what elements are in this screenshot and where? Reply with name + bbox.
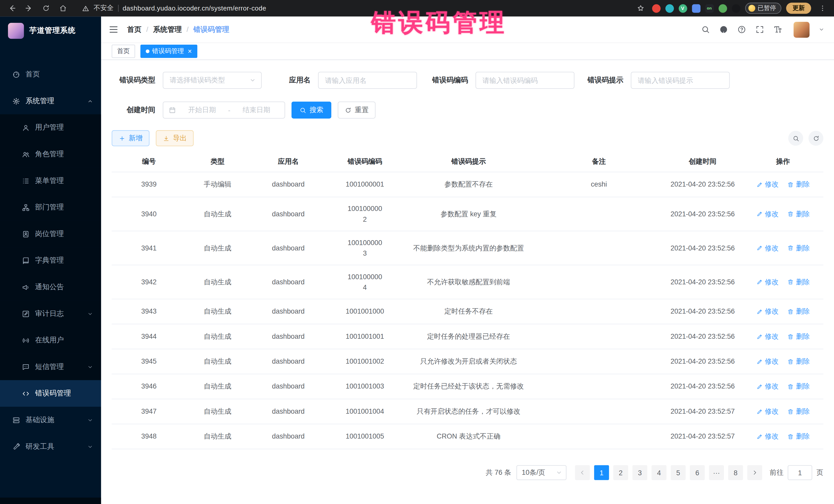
tab-close-icon[interactable]: × — [188, 48, 192, 54]
cell-hint: 定时任务不存在 — [402, 300, 535, 323]
reload-icon[interactable] — [39, 2, 52, 15]
tab-error-code[interactable]: 错误码管理 × — [140, 45, 197, 58]
edit-link[interactable]: 修改 — [756, 407, 778, 416]
edit-link[interactable]: 修改 — [756, 432, 778, 441]
sidebar-item-menu[interactable]: 菜单管理 — [0, 168, 101, 194]
pagination-more-button[interactable]: ··· — [709, 465, 724, 480]
blue-grid-extension-icon[interactable] — [692, 4, 700, 13]
sidebar-item-dict[interactable]: 字典管理 — [0, 247, 101, 274]
sidebar-item-role[interactable]: 角色管理 — [0, 141, 101, 168]
teal-drop-extension-icon[interactable] — [665, 4, 674, 13]
sidebar-item-error-code[interactable]: 错误码管理 — [0, 380, 101, 407]
sidebar-item-online-user[interactable]: 在线用户 — [0, 327, 101, 354]
refresh-table-button[interactable] — [809, 131, 824, 146]
sidebar-item-notice[interactable]: 通知公告 — [0, 274, 101, 301]
edit-link[interactable]: 修改 — [756, 180, 778, 189]
delete-link[interactable]: 删除 — [787, 357, 810, 366]
sidebar-item-sms[interactable]: 短信管理 — [0, 354, 101, 380]
tab-home[interactable]: 首页 — [112, 45, 135, 58]
cell-remark: ceshi — [535, 173, 663, 196]
green-extension-icon[interactable] — [718, 4, 727, 13]
switch-on-extension-icon[interactable]: on — [705, 4, 714, 13]
home-icon[interactable] — [57, 2, 69, 15]
delete-link[interactable]: 删除 — [787, 180, 810, 189]
github-icon[interactable] — [719, 25, 728, 34]
sidebar-item-user[interactable]: 用户管理 — [0, 114, 101, 141]
delete-link[interactable]: 删除 — [787, 277, 810, 287]
edit-link[interactable]: 修改 — [756, 357, 778, 366]
export-button[interactable]: 导出 — [156, 130, 194, 146]
sidebar-item-infra[interactable]: 基础设施 — [0, 407, 101, 434]
collapse-sidebar-icon[interactable] — [109, 24, 118, 35]
bookmark-star-icon[interactable] — [634, 2, 647, 15]
sidebar-item-system[interactable]: 系统管理 — [0, 88, 101, 114]
fullscreen-icon[interactable] — [755, 25, 764, 34]
help-icon[interactable] — [737, 25, 746, 34]
app-name-input[interactable] — [318, 72, 417, 89]
pagination-page-4[interactable]: 4 — [652, 465, 666, 480]
edit-link[interactable]: 修改 — [756, 209, 778, 219]
font-size-icon[interactable] — [773, 25, 783, 34]
delete-link[interactable]: 删除 — [787, 432, 810, 441]
back-icon[interactable] — [5, 2, 18, 15]
error-type-select[interactable]: 请选择错误码类型 — [163, 72, 262, 89]
sidebar-item-dept[interactable]: 部门管理 — [0, 194, 101, 221]
search-icon[interactable] — [701, 25, 710, 34]
edit-link[interactable]: 修改 — [756, 277, 778, 287]
tab-active-dot-icon — [146, 49, 150, 53]
add-button[interactable]: 新增 — [112, 130, 149, 146]
delete-link[interactable]: 删除 — [787, 243, 810, 253]
forward-icon[interactable] — [22, 2, 35, 15]
dark-pin-extension-icon[interactable] — [731, 4, 740, 13]
sidebar-item-post[interactable]: 岗位管理 — [0, 221, 101, 247]
edit-link[interactable]: 修改 — [756, 307, 778, 316]
error-hint-input[interactable] — [631, 72, 730, 89]
trash-icon — [787, 358, 794, 365]
delete-link[interactable]: 删除 — [787, 381, 810, 391]
pagination-page-8[interactable]: 8 — [728, 465, 743, 480]
breadcrumb-system[interactable]: 系统管理 — [153, 25, 182, 34]
cell-app: dashboard — [249, 425, 328, 448]
edit-link[interactable]: 修改 — [756, 243, 778, 253]
user-avatar[interactable] — [793, 22, 809, 38]
delete-link[interactable]: 删除 — [787, 332, 810, 341]
delete-link[interactable]: 删除 — [787, 407, 810, 416]
pagination-page-1[interactable]: 1 — [594, 465, 609, 480]
update-button[interactable]: 更新 — [786, 3, 811, 14]
column-header-2: 应用名 — [249, 151, 328, 172]
edit-link[interactable]: 修改 — [756, 332, 778, 341]
table-row: 3944 自动生成 dashboard 1001001001 定时任务的处理器已… — [112, 324, 823, 349]
reset-button[interactable]: 重置 — [338, 102, 375, 118]
delete-link[interactable]: 删除 — [787, 307, 810, 316]
error-code-table: 编号类型应用名错误码编码错误码提示备注创建时间操作 3939 手动编辑 dash… — [112, 151, 823, 449]
sidebar-item-label: 首页 — [25, 69, 40, 79]
red-circle-extension-icon[interactable] — [652, 4, 660, 13]
chevron-down-icon[interactable] — [819, 27, 825, 32]
pagination-page-3[interactable]: 3 — [632, 465, 647, 480]
create-time-range-picker[interactable]: 开始日期 - 结束日期 — [163, 102, 285, 118]
delete-link-label: 删除 — [796, 407, 810, 416]
page-size-select[interactable]: 10条/页 — [517, 465, 567, 480]
breadcrumb-home[interactable]: 首页 — [127, 25, 141, 34]
error-code-input[interactable] — [476, 72, 575, 89]
id-badge-icon — [22, 230, 30, 238]
pagination-next-button[interactable] — [747, 465, 762, 480]
paused-badge[interactable]: 已暂停 — [745, 3, 782, 14]
edit-link[interactable]: 修改 — [756, 381, 778, 391]
goto-page-input[interactable] — [788, 465, 812, 480]
sidebar-item-audit-log[interactable]: 审计日志 — [0, 301, 101, 327]
sidebar-logo[interactable]: 芋道管理系统 — [0, 17, 101, 45]
pagination-page-5[interactable]: 5 — [671, 465, 686, 480]
trash-icon — [787, 181, 794, 188]
delete-link[interactable]: 删除 — [787, 209, 810, 219]
vue-devtools-extension-icon[interactable]: V — [679, 4, 687, 13]
sidebar-item-devtools[interactable]: 研发工具 — [0, 433, 101, 460]
search-button[interactable]: 搜索 — [291, 102, 331, 118]
browser-menu-icon[interactable] — [816, 2, 829, 15]
toggle-search-button[interactable] — [788, 131, 803, 146]
pagination-page-6[interactable]: 6 — [690, 465, 705, 480]
pagination-prev-button[interactable] — [575, 465, 590, 480]
pagination-page-2[interactable]: 2 — [613, 465, 628, 480]
address-bar[interactable]: 不安全 dashboard.yudao.iocoder.cn/system/er… — [82, 4, 266, 13]
sidebar-item-home[interactable]: 首页 — [0, 61, 101, 88]
